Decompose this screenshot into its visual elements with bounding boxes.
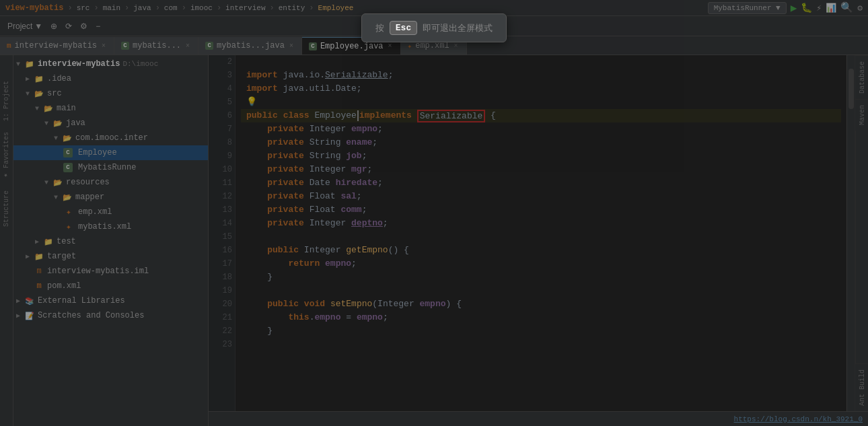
esc-overlay: 按 Esc 即可退出全屏模式 (0, 0, 868, 426)
esc-tooltip: 按 Esc 即可退出全屏模式 (361, 13, 507, 42)
esc-key-badge[interactable]: Esc (390, 21, 417, 35)
instruction-text: 即可退出全屏模式 (423, 22, 493, 34)
press-text: 按 (375, 22, 384, 34)
